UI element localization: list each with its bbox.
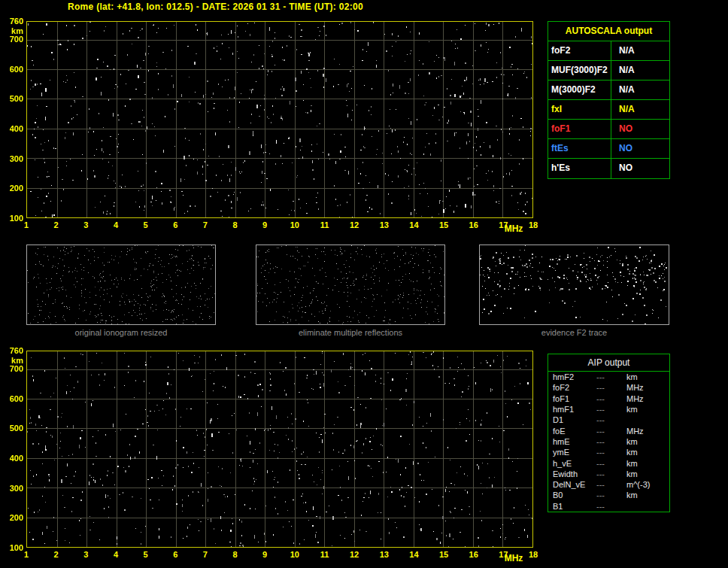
y-axis-tick-label: 700 [0, 364, 23, 373]
x-axis-tick-label: 8 [226, 550, 244, 559]
y-axis-tick-label: 400 [0, 454, 23, 463]
aip-row-hve: h_vE---km [548, 457, 669, 468]
x-axis-tick-label: 7 [196, 550, 214, 559]
autoscala-parameter-label: foF2 [548, 41, 611, 60]
x-axis-tick-label: 12 [345, 220, 363, 229]
aip-row-d1: D1--- [548, 415, 669, 425]
aip-parameter-unit: km [626, 405, 669, 414]
autoscala-parameter-label: M(3000)F2 [548, 80, 611, 99]
aip-row-foe: foE---MHz [548, 425, 669, 436]
autoscala-row-fof2: foF2N/A [548, 41, 669, 61]
aip-parameter-unit: MHz [626, 383, 669, 392]
y-axis-tick-label: 300 [0, 484, 23, 493]
aip-parameter-unit: km [626, 491, 669, 500]
aip-parameter-value: --- [596, 427, 626, 436]
thumbnail-f2-trace [479, 245, 669, 325]
main-ionogram-plot [26, 21, 533, 218]
x-axis-tick-label: 10 [286, 550, 304, 559]
x-axis-tick-label: 11 [315, 220, 333, 229]
autoscala-parameter-value: NO [611, 120, 669, 138]
y-axis-tick-label: 200 [0, 184, 23, 193]
x-axis-tick-label: 6 [166, 220, 184, 229]
x-axis-tick-label: 14 [405, 550, 423, 559]
aip-parameter-unit: km [626, 459, 669, 468]
aip-parameter-label: hmF1 [548, 405, 596, 414]
x-axis-tick-label: 3 [77, 220, 95, 229]
autoscala-parameter-value: N/A [611, 41, 669, 60]
aip-parameter-label: D1 [548, 415, 596, 424]
aip-parameter-label: B1 [548, 502, 596, 511]
aip-parameter-label: B0 [548, 491, 596, 500]
x-axis-tick-label: 9 [256, 220, 274, 229]
thumbnail-f2-trace-canvas [480, 245, 669, 324]
aip-table-body: hmF2---kmfoF2---MHzfoF1---MHzhmF1---kmD1… [548, 372, 669, 512]
station-date-time-title: Rome (lat: +41.8, lon: 012.5) - DATE: 20… [68, 2, 363, 12]
aip-parameter-value: --- [596, 491, 626, 500]
thumbnail-multiple-reflections [256, 245, 445, 325]
x-axis-tick-label: 5 [137, 550, 155, 559]
thumbnail-caption-f2-trace: evidence F2 trace [479, 328, 669, 338]
x-axis-tick-label: 8 [226, 220, 244, 229]
aip-row-fof2: foF2---MHz [548, 382, 669, 393]
aip-row-yme: ymE---km [548, 447, 669, 457]
autoscala-parameter-label: MUF(3000)F2 [548, 61, 611, 80]
autoscala-row-m3000f2: M(3000)F2N/A [548, 80, 669, 100]
aip-row-fof1: foF1---MHz [548, 393, 669, 404]
aip-parameter-label: h_vE [548, 459, 596, 468]
thumbnail-multiple-reflections-canvas [256, 245, 444, 324]
aip-parameter-label: Ewidth [548, 469, 596, 478]
aip-parameter-label: foF2 [548, 383, 596, 392]
aip-row-hmf2: hmF2---km [548, 372, 669, 382]
aip-parameter-value: --- [596, 480, 626, 489]
thumbnail-original-canvas [27, 245, 215, 324]
aip-parameter-value: --- [596, 502, 626, 511]
thumbnail-caption-multiple-reflections: eliminate multiple reflections [256, 328, 445, 338]
aip-parameter-label: hmE [548, 437, 596, 446]
aip-ionogram-plot [26, 351, 533, 548]
aip-ionogram-canvas [27, 351, 532, 547]
autoscala-parameter-label: h'Es [548, 159, 611, 178]
y-axis-tick-label: 700 [0, 35, 23, 44]
x-axis-tick-label: 9 [256, 550, 274, 559]
autoscala-parameter-label: ftEs [548, 139, 611, 158]
y-axis-tick-label: 500 [0, 424, 23, 433]
aip-row-hmf1: hmF1---km [548, 404, 669, 415]
aip-parameter-label: foE [548, 427, 596, 436]
autoscala-parameter-value: N/A [611, 100, 669, 119]
aip-row-hme: hmE---km [548, 436, 669, 447]
x-axis-tick-label: 15 [435, 220, 453, 229]
autoscala-row-muf3000f2: MUF(3000)F2N/A [548, 61, 669, 80]
aip-parameter-unit: km [626, 372, 669, 381]
autoscala-parameter-label: fxI [548, 100, 611, 119]
x-axis-tick-label: 2 [47, 220, 65, 229]
x-axis-tick-label: 15 [435, 550, 453, 559]
autoscala-row-fof1: foF1NO [548, 120, 669, 139]
aip-parameter-value: --- [596, 448, 626, 457]
x-axis-tick-label: 1 [17, 220, 35, 229]
autoscala-parameter-value: N/A [611, 80, 669, 99]
aip-row-ewidth: Ewidth---km [548, 469, 669, 479]
aip-parameter-unit: km [626, 437, 669, 446]
autoscala-row-hes: h'EsNO [548, 159, 669, 178]
x-axis-tick-label: 7 [196, 220, 214, 229]
aip-table-header: AIP output [548, 354, 669, 372]
autoscala-row-fxi: fxIN/A [548, 100, 669, 120]
autoscala-parameter-value: NO [611, 159, 669, 178]
aip-parameter-unit: MHz [626, 394, 669, 403]
x-axis-tick-label: 13 [375, 550, 393, 559]
autoscala-table-header: AUTOSCALA output [548, 22, 669, 41]
x-axis-tick-label: 1 [17, 550, 35, 559]
aip-row-delnve: DelN_vE---m^(-3) [548, 479, 669, 490]
aip-parameter-unit: m^(-3) [626, 480, 669, 489]
autoscala-parameter-label: foF1 [548, 120, 611, 138]
y-axis-tick-label: 600 [0, 394, 23, 403]
aip-parameter-value: --- [596, 383, 626, 392]
x-axis-tick-label: 6 [166, 550, 184, 559]
y-axis-tick-label: 760 [0, 346, 23, 355]
x-axis-tick-label: 16 [465, 220, 483, 229]
aip-parameter-value: --- [596, 437, 626, 446]
main-ionogram-canvas [27, 22, 532, 217]
y-axis-tick-label: 500 [0, 94, 23, 103]
x-axis-unit-label: MHz [500, 224, 527, 233]
autoscala-parameter-value: N/A [611, 61, 669, 80]
